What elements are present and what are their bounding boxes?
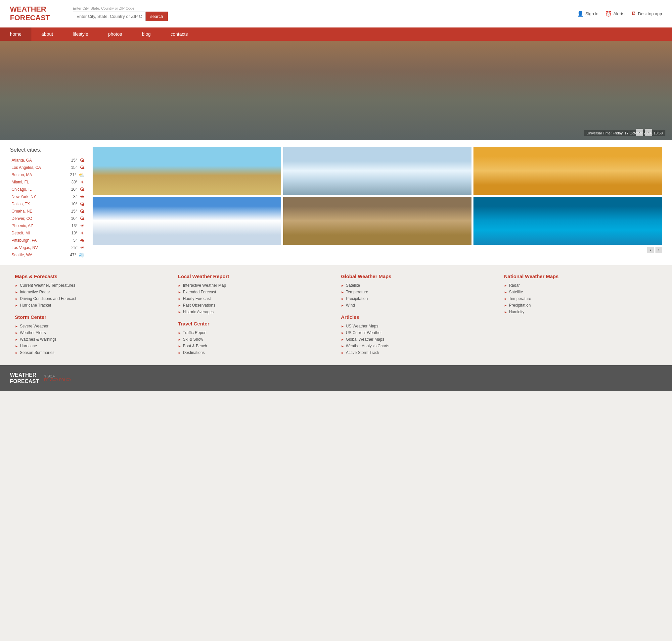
alerts-action[interactable]: ⏰ Alerts <box>605 11 624 17</box>
nav-blog[interactable]: blog <box>132 27 160 41</box>
city-list-item[interactable]: New York, NY3°🌧 <box>10 193 86 200</box>
privacy-link[interactable]: PRIVACY POLICY <box>44 378 71 382</box>
footer-nav: Maps & Forecasts ►Current Weather, Tempe… <box>0 265 672 365</box>
city-list-item[interactable]: Dallas, TX10°🌤 <box>10 200 86 208</box>
footer-link-item[interactable]: ►Precipitation <box>504 303 657 308</box>
nav-photos[interactable]: photos <box>98 27 132 41</box>
banner-prev-button[interactable]: ‹ <box>636 129 643 136</box>
footer-copyright: © 2014 PRIVACY POLICY <box>44 374 71 382</box>
footer-link-item[interactable]: ►Season Summaries <box>15 350 168 355</box>
nav-lifestyle[interactable]: lifestyle <box>63 27 98 41</box>
city-list-item[interactable]: Miami, FL30°☀ <box>10 178 86 186</box>
city-list-item[interactable]: Pittsburgh, PA5°🌧 <box>10 237 86 244</box>
footer-link-item[interactable]: ►Past Observations <box>178 303 331 308</box>
photo-plane[interactable] <box>474 147 662 195</box>
footer-link-item[interactable]: ►Temperature <box>341 290 494 294</box>
photo-next-button[interactable]: › <box>656 247 662 253</box>
footer-travel-links: ►Traffic Report►Ski & Snow►Boat & Beach►… <box>178 330 331 355</box>
footer-storm-links: ►Severe Weather►Weather Alerts►Watches &… <box>15 324 168 355</box>
footer-link-item[interactable]: ►Boat & Beach <box>178 344 331 348</box>
city-panel: Select cities: Atlanta, GA15°🌤Los Angele… <box>10 147 86 259</box>
footer-link-item[interactable]: ►Temperature <box>504 296 657 301</box>
footer-link-item[interactable]: ►Severe Weather <box>15 324 168 328</box>
footer-storm-title: Storm Center <box>15 314 168 320</box>
logo: WEATHER FORECAST <box>10 5 63 23</box>
city-list-item[interactable]: Denver, CO10°🌤 <box>10 215 86 222</box>
signin-label: Sign in <box>585 11 599 16</box>
footer-link-item[interactable]: ►Interactive Weather Map <box>178 283 331 288</box>
photo-fish[interactable] <box>474 197 662 245</box>
alerts-icon: ⏰ <box>605 11 612 17</box>
footer-link-item[interactable]: ►Hourly Forecast <box>178 296 331 301</box>
photo-lion[interactable] <box>283 197 472 245</box>
desktop-label: Desktop app <box>638 11 662 16</box>
footer-link-item[interactable]: ►Current Weather, Temperatures <box>15 283 168 288</box>
footer-local-title: Local Weather Report <box>178 273 331 279</box>
city-panel-title: Select cities: <box>10 147 86 153</box>
search-area: Enter City, State, Country or ZIP Code s… <box>73 6 567 21</box>
footer-link-item[interactable]: ►Destinations <box>178 350 331 355</box>
city-list-item[interactable]: Chicago, IL10°🌤 <box>10 186 86 193</box>
footer-link-item[interactable]: ►US Weather Maps <box>341 324 494 328</box>
city-list-item[interactable]: Omaha, NE15°🌤 <box>10 208 86 215</box>
banner-next-button[interactable]: › <box>645 129 652 136</box>
footer-link-item[interactable]: ►Humidity <box>504 310 657 314</box>
photo-sky[interactable] <box>93 197 281 245</box>
photo-beach[interactable] <box>93 147 281 195</box>
footer-link-item[interactable]: ►Radar <box>504 283 657 288</box>
photo-grid: ‹ › <box>93 147 662 259</box>
city-list-item[interactable]: Los Angeles, CA15°🌤 <box>10 164 86 171</box>
footer-link-item[interactable]: ►Weather Analysis Charts <box>341 344 494 348</box>
city-list-item[interactable]: Detroit, MI10°☀ <box>10 230 86 237</box>
footer-national-links: ►Radar►Satellite►Temperature►Precipitati… <box>504 283 657 314</box>
footer-link-item[interactable]: ►Driving Conditions and Forecast <box>15 296 168 301</box>
footer-link-item[interactable]: ►Satellite <box>504 290 657 294</box>
footer-link-item[interactable]: ►Wind <box>341 303 494 308</box>
city-list-item[interactable]: Las Vegas, NV25°☀ <box>10 244 86 251</box>
footer-global-title: Global Weather Maps <box>341 273 494 279</box>
footer-link-item[interactable]: ►Ski & Snow <box>178 337 331 342</box>
search-label: Enter City, State, Country or ZIP Code <box>73 6 567 10</box>
footer-link-item[interactable]: ►Precipitation <box>341 296 494 301</box>
footer-col-global: Global Weather Maps ►Satellite►Temperatu… <box>336 273 499 357</box>
footer-link-item[interactable]: ►Historic Averages <box>178 310 331 314</box>
photo-ice[interactable] <box>283 147 472 195</box>
footer-link-item[interactable]: ►Traffic Report <box>178 330 331 335</box>
footer-link-item[interactable]: ►Hurricane Tracker <box>15 303 168 308</box>
city-list-item[interactable]: Atlanta, GA15°🌤 <box>10 156 86 164</box>
site-footer: WEATHER FORECAST © 2014 PRIVACY POLICY <box>0 365 672 391</box>
nav-home[interactable]: home <box>0 27 31 41</box>
signin-action[interactable]: 👤 Sign in <box>577 11 599 17</box>
footer-global-links: ►Satellite►Temperature►Precipitation►Win… <box>341 283 494 308</box>
footer-link-item[interactable]: ►Hurricane <box>15 344 168 348</box>
footer-col-maps: Maps & Forecasts ►Current Weather, Tempe… <box>10 273 173 357</box>
photo-prev-button[interactable]: ‹ <box>647 247 654 253</box>
city-list: Atlanta, GA15°🌤Los Angeles, CA15°🌤Boston… <box>10 156 86 259</box>
search-button[interactable]: search <box>145 12 168 21</box>
photo-row-2 <box>93 197 662 245</box>
banner-image <box>0 41 672 140</box>
footer-link-item[interactable]: ►Interactive Radar <box>15 290 168 294</box>
footer-link-item[interactable]: ►Watches & Warnings <box>15 337 168 342</box>
nav-about[interactable]: about <box>31 27 63 41</box>
city-list-item[interactable]: Seattle, WA47°💨 <box>10 251 86 259</box>
banner-time: Universal Time: Friday, 17 October 2014,… <box>584 130 666 136</box>
footer-link-item[interactable]: ►Extended Forecast <box>178 290 331 294</box>
footer-link-item[interactable]: ►Weather Alerts <box>15 330 168 335</box>
city-list-item[interactable]: Boston, MA21°⛅ <box>10 171 86 178</box>
desktop-icon: 🖥 <box>631 11 636 16</box>
footer-link-item[interactable]: ►Satellite <box>341 283 494 288</box>
footer-link-item[interactable]: ►Global Weather Maps <box>341 337 494 342</box>
desktop-action[interactable]: 🖥 Desktop app <box>631 11 662 16</box>
footer-link-item[interactable]: ►US Current Weather <box>341 330 494 335</box>
footer-maps-links: ►Current Weather, Temperatures►Interacti… <box>15 283 168 308</box>
city-list-item[interactable]: Phoenix, AZ13°☀ <box>10 222 86 230</box>
nav-contacts[interactable]: contacts <box>160 27 197 41</box>
alerts-label: Alerts <box>613 11 624 16</box>
footer-link-item[interactable]: ►Active Storm Track <box>341 350 494 355</box>
footer-logo: WEATHER FORECAST <box>10 372 39 384</box>
search-input[interactable] <box>73 12 145 21</box>
main-content: Select cities: Atlanta, GA15°🌤Los Angele… <box>0 140 672 265</box>
signin-icon: 👤 <box>577 11 584 17</box>
hero-banner: Universal Time: Friday, 17 October 2014,… <box>0 41 672 140</box>
